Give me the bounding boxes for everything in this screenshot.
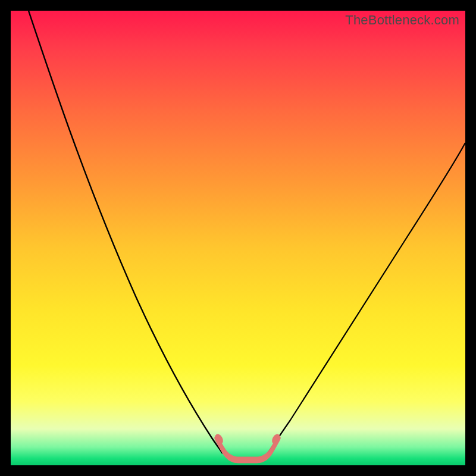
chart-svg bbox=[11, 11, 465, 465]
chart-frame: TheBottleneck.com bbox=[0, 0, 476, 476]
curve-left bbox=[29, 11, 223, 453]
plot-area: TheBottleneck.com bbox=[11, 11, 465, 465]
curve-right bbox=[268, 143, 465, 453]
valley-marker bbox=[215, 437, 281, 463]
watermark-text: TheBottleneck.com bbox=[345, 12, 459, 28]
